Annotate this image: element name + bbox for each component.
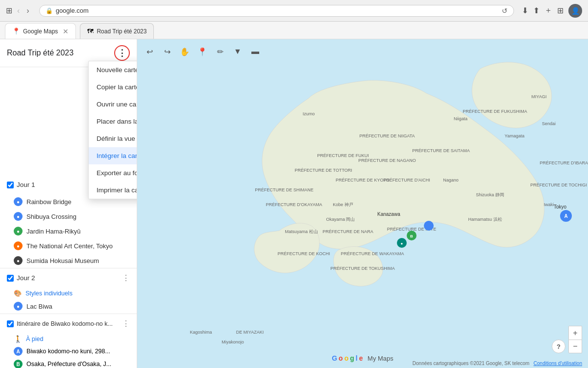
avatar[interactable]: 👤 bbox=[568, 4, 582, 18]
menu-item-integrer[interactable]: Intégrer la carte à mon site bbox=[89, 147, 137, 164]
new-tab-icon[interactable]: ＋ bbox=[544, 5, 552, 16]
menu-item-imprimer[interactable]: Imprimer la carte bbox=[89, 182, 137, 199]
measure-button[interactable]: ▼ bbox=[229, 43, 246, 60]
svg-text:Niigata: Niigata bbox=[454, 116, 467, 121]
menu-item-kml[interactable]: Exporter au format KML/KMZ bbox=[89, 164, 137, 182]
svg-text:PRÉFECTURE DE FUKUSHIMA: PRÉFECTURE DE FUKUSHIMA bbox=[463, 109, 527, 114]
section2-header: Jour 2 ⋮ bbox=[0, 268, 137, 288]
menu-item-corbeille[interactable]: Placer dans la corbeille bbox=[89, 113, 137, 130]
national-art-icon: ● bbox=[14, 241, 23, 250]
map-svg: PRÉFECTURE DE NAGANO PRÉFECTURE DE SAITA… bbox=[137, 39, 588, 368]
svg-text:PRÉFECTURE DE WAKAYAMA: PRÉFECTURE DE WAKAYAMA bbox=[341, 251, 404, 256]
svg-text:MIYAGI: MIYAGI bbox=[532, 94, 547, 99]
section3-checkbox[interactable] bbox=[7, 320, 14, 327]
list-item-shibuya[interactable]: ● Shibuya Crossing bbox=[0, 209, 137, 224]
undo-button[interactable]: ↩ bbox=[141, 43, 158, 60]
sidebar-toggle-icon[interactable]: ⊞ bbox=[6, 6, 12, 15]
map-area[interactable]: PRÉFECTURE DE NAGANO PRÉFECTURE DE SAITA… bbox=[137, 39, 588, 368]
list-item-national-art[interactable]: ● The National Art Center, Tokyo bbox=[0, 238, 137, 253]
national-art-label: The National Art Center, Tokyo bbox=[26, 242, 113, 250]
zoom-out-button[interactable]: − bbox=[568, 340, 582, 353]
tab-road-trip[interactable]: 🗺 Road Trip été 2023 bbox=[80, 23, 154, 39]
svg-text:PRÉFECTURE DE NAGANO: PRÉFECTURE DE NAGANO bbox=[358, 158, 416, 163]
pin-tool-button[interactable]: 📍 bbox=[194, 43, 211, 60]
svg-text:Miyakonojo: Miyakonojo bbox=[221, 340, 244, 344]
svg-text:PRÉFECTURE DE TOKUSHIMA: PRÉFECTURE DE TOKUSHIMA bbox=[330, 266, 395, 271]
help-button[interactable]: ? bbox=[552, 340, 565, 353]
dropdown-menu: Nouvelle carte Copier la carte Ouvrir un… bbox=[88, 61, 137, 199]
more-options-button[interactable]: ⋮ bbox=[114, 45, 130, 61]
route-item-b[interactable]: B Osaka, Préfecture d'Osaka, J... bbox=[0, 358, 137, 368]
list-item-lac-biwa[interactable]: ● Lac Biwa bbox=[0, 299, 137, 314]
lac-biwa-icon: ● bbox=[14, 302, 23, 311]
list-item-hama-rikyu[interactable]: ● Jardin Hama-Rikyū bbox=[0, 224, 137, 238]
grid-icon[interactable]: ⊞ bbox=[557, 6, 564, 15]
svg-text:PRÉFECTURE DE FUKUI: PRÉFECTURE DE FUKUI bbox=[317, 153, 369, 158]
foot-label: À pied bbox=[26, 336, 43, 342]
section3-header: Itinéraire de Biwako kodomo-no k... ⋮ bbox=[0, 314, 137, 333]
svg-text:PRÉFECTURE DE TOCHIGI: PRÉFECTURE DE TOCHIGI bbox=[530, 183, 587, 187]
route-a-icon: A bbox=[14, 347, 23, 356]
tab1-favicon: 📍 bbox=[12, 27, 20, 35]
section1-checkbox[interactable] bbox=[7, 182, 14, 188]
reload-icon[interactable]: ↺ bbox=[502, 7, 508, 15]
lac-biwa-label: Lac Biwa bbox=[26, 303, 52, 310]
svg-text:Sendai: Sendai bbox=[542, 121, 556, 126]
svg-text:B: B bbox=[410, 234, 413, 238]
section2-more-button[interactable]: ⋮ bbox=[122, 273, 130, 283]
route-item-a[interactable]: A Biwako kodomo-no kuni, 298... bbox=[0, 345, 137, 358]
share-icon[interactable]: ⬆ bbox=[533, 6, 539, 15]
shibuya-icon: ● bbox=[14, 212, 23, 221]
address-bar[interactable]: 🔒 google.com ↺ bbox=[39, 5, 514, 17]
lock-icon: 🔒 bbox=[46, 7, 53, 14]
menu-item-ouvrir[interactable]: Ouvrir une carte bbox=[89, 96, 137, 113]
svg-text:PRÉFECTURE D'OKAYAMA: PRÉFECTURE D'OKAYAMA bbox=[266, 202, 322, 207]
zoom-in-button[interactable]: + bbox=[568, 326, 582, 340]
svg-text:PRÉFECTURE D'IBARAKI: PRÉFECTURE D'IBARAKI bbox=[539, 160, 588, 165]
svg-text:Tokyo: Tokyo bbox=[554, 204, 567, 210]
tab1-label: Google Maps bbox=[23, 28, 58, 35]
svg-text:Okayama 岡山: Okayama 岡山 bbox=[326, 217, 355, 222]
section2-checkbox[interactable] bbox=[7, 275, 14, 282]
svg-text:Shizuoka 静岡: Shizuoka 静岡 bbox=[476, 192, 504, 197]
tab-bar: 📍 Google Maps ✕ 🗺 Road Trip été 2023 bbox=[0, 22, 588, 39]
sumida-label: Sumida Hokusai Museum bbox=[26, 257, 99, 264]
sumida-icon: ● bbox=[14, 256, 23, 265]
redo-button[interactable]: ↪ bbox=[159, 43, 175, 60]
svg-text:PRÉFECTURE DE TOTTORI: PRÉFECTURE DE TOTTORI bbox=[294, 168, 352, 173]
draw-line-button[interactable]: ✏ bbox=[212, 43, 228, 60]
list-item-sumida[interactable]: ● Sumida Hokusai Museum bbox=[0, 253, 137, 268]
hand-tool-button[interactable]: ✋ bbox=[176, 43, 193, 60]
more-tools-button[interactable]: ▬ bbox=[247, 43, 264, 60]
svg-text:Yamagata: Yamagata bbox=[505, 133, 524, 138]
browser-actions: ⬇ ⬆ ＋ ⊞ 👤 bbox=[522, 4, 582, 18]
svg-text:Kanazawa: Kanazawa bbox=[377, 211, 400, 217]
hama-rikyu-icon: ● bbox=[14, 227, 23, 236]
shibuya-label: Shibuya Crossing bbox=[26, 213, 76, 220]
footer-link[interactable]: Conditions d'utilisation bbox=[534, 361, 582, 366]
download-icon[interactable]: ⬇ bbox=[522, 6, 528, 15]
section3-more-button[interactable]: ⋮ bbox=[122, 319, 130, 328]
svg-text:Iwaki: Iwaki bbox=[544, 202, 554, 207]
menu-item-copier[interactable]: Copier la carte bbox=[89, 79, 137, 96]
menu-item-nouvelle-carte[interactable]: Nouvelle carte bbox=[89, 61, 137, 79]
route-b-icon: B bbox=[14, 360, 23, 368]
svg-text:PRÉFECTURE DE SHIMANE: PRÉFECTURE DE SHIMANE bbox=[255, 187, 314, 192]
forward-button[interactable]: › bbox=[24, 5, 31, 16]
svg-text:Kagoshima: Kagoshima bbox=[190, 330, 212, 335]
map-watermark: Google My Maps bbox=[332, 354, 393, 362]
svg-text:Nagano: Nagano bbox=[443, 178, 459, 183]
route-b-label: Osaka, Préfecture d'Osaka, J... bbox=[26, 361, 111, 368]
menu-item-vue-defaut[interactable]: Définir la vue par défaut bbox=[89, 130, 137, 147]
hama-rikyu-label: Jardin Hama-Rikyū bbox=[26, 228, 81, 235]
main-container: Road Trip été 2023 ⋮ Nouvelle carte Copi… bbox=[0, 39, 588, 368]
svg-text:PRÉFECTURE DE NARA: PRÉFECTURE DE NARA bbox=[322, 229, 373, 234]
back-button[interactable]: ‹ bbox=[15, 5, 22, 16]
svg-text:PRÉFECTURE DE SAITAMA: PRÉFECTURE DE SAITAMA bbox=[412, 148, 469, 153]
svg-text:Hamamatsu 浜松: Hamamatsu 浜松 bbox=[468, 217, 502, 222]
walking-icon: 🚶 bbox=[14, 335, 22, 343]
tab1-close[interactable]: ✕ bbox=[63, 27, 69, 35]
styles-item[interactable]: 🎨 Styles individuels bbox=[0, 288, 137, 299]
footer-credits: Données cartographiques ©2021 Google, SK… bbox=[413, 361, 530, 366]
tab-google-maps[interactable]: 📍 Google Maps ✕ bbox=[5, 23, 76, 39]
